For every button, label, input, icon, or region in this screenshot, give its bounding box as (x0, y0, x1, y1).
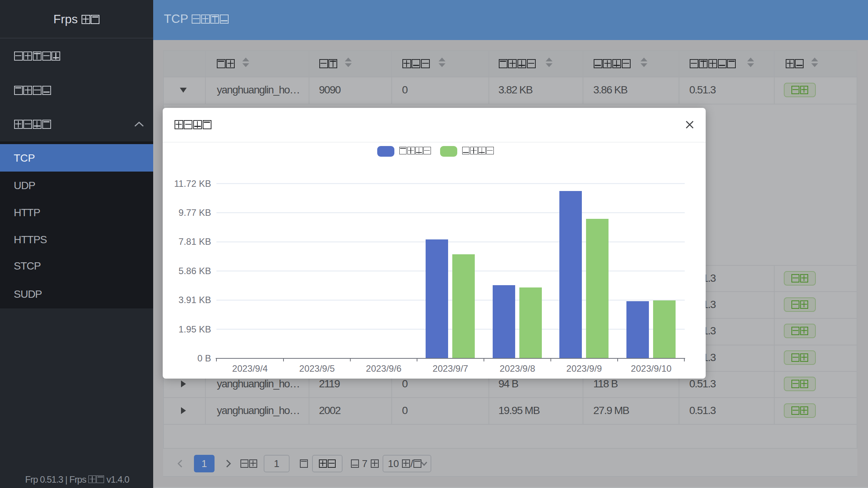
svg-text:1.95 KB: 1.95 KB (179, 324, 211, 334)
svg-text:2023/9/10: 2023/9/10 (631, 363, 672, 374)
svg-text:2023/9/7: 2023/9/7 (432, 363, 468, 374)
svg-text:2023/9/8: 2023/9/8 (500, 363, 535, 374)
svg-text:5.86 KB: 5.86 KB (179, 266, 211, 276)
svg-text:2023/9/6: 2023/9/6 (366, 363, 401, 374)
svg-text:0 B: 0 B (197, 353, 211, 363)
svg-text:2023/9/5: 2023/9/5 (299, 363, 335, 374)
svg-text:9.77 KB: 9.77 KB (179, 207, 211, 218)
svg-text:7.81 KB: 7.81 KB (179, 236, 211, 247)
svg-text:3.91 KB: 3.91 KB (179, 295, 211, 305)
svg-text:2023/9/4: 2023/9/4 (232, 363, 267, 374)
svg-text:2023/9/9: 2023/9/9 (566, 363, 602, 374)
svg-text:11.72 KB: 11.72 KB (174, 178, 211, 189)
